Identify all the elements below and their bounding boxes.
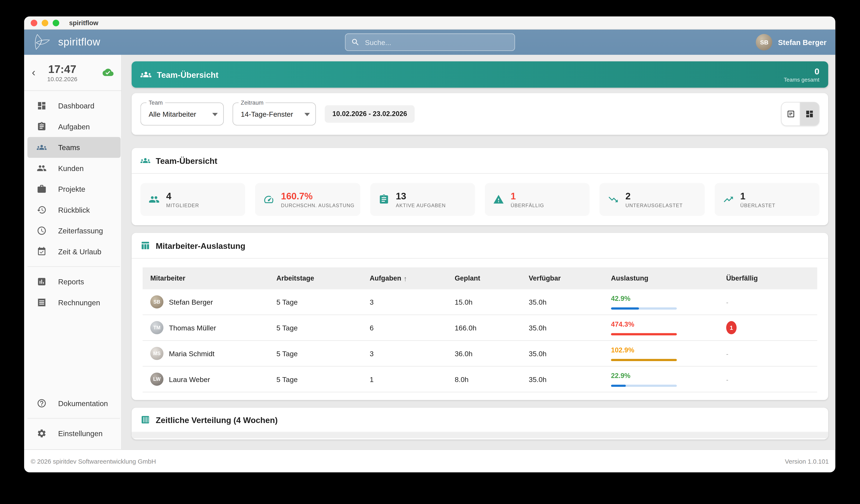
sidebar-item-reports[interactable]: Reports <box>24 271 120 292</box>
planned-cell: 15.0h <box>447 298 521 306</box>
search-container <box>345 33 515 51</box>
available-cell: 35.0h <box>521 375 603 383</box>
team-overview-card: Team-Übersicht 4 MITGLIEDER <box>132 148 828 225</box>
utilization-percent: 42.9% <box>611 295 718 302</box>
user-menu[interactable]: SB Stefan Berger <box>756 34 827 50</box>
utilization-bar-fill <box>611 333 677 335</box>
employee-name: Laura Weber <box>169 375 210 383</box>
overdue-cell: 1 <box>718 321 817 334</box>
sidebar-item-kunden[interactable]: Kunden <box>24 158 120 178</box>
groups-icon <box>37 143 47 152</box>
utilization-bar <box>611 307 677 309</box>
utilization-cell: 42.9% <box>603 295 718 309</box>
sort-ascending-icon: ↑ <box>403 274 407 282</box>
trending-up-icon <box>723 194 734 205</box>
brand: spiritflow <box>33 33 101 51</box>
zoom-button[interactable] <box>53 19 59 26</box>
column-header-auslastung[interactable]: Auslastung <box>603 275 718 282</box>
sidebar-item-label: Reports <box>58 278 84 286</box>
sidebar-item-teams[interactable]: Teams <box>28 137 121 158</box>
table-row[interactable]: TM Thomas Müller 5 Tage 6 166.0h 35.0h 4… <box>143 315 817 341</box>
planned-cell: 8.0h <box>447 375 521 383</box>
employee-avatar: LW <box>150 372 163 386</box>
speedometer-icon <box>263 194 274 205</box>
search-input[interactable] <box>345 33 515 51</box>
sidebar-item-label: Projekte <box>58 185 85 193</box>
sidebar-collapse-button[interactable]: ‹ <box>32 67 35 78</box>
workdays-cell: 5 Tage <box>269 375 362 383</box>
teams-total-label: Teams gesamt <box>784 76 820 83</box>
workdays-cell: 5 Tage <box>269 349 362 357</box>
table-row[interactable]: LW Laura Weber 5 Tage 1 8.0h 35.0h 22.9% <box>143 367 817 392</box>
available-cell: 35.0h <box>521 349 603 357</box>
employee-name: Thomas Müller <box>169 324 216 332</box>
sidebar-item-einstellungen[interactable]: Einstellungen <box>24 423 120 444</box>
help-icon <box>37 398 47 408</box>
sidebar-item-zeiterfassung[interactable]: Zeiterfassung <box>24 220 120 241</box>
stat-aktive-aufgaben: 13 AKTIVE AUFGABEN <box>370 183 475 216</box>
date-range-chip[interactable]: 10.02.2026 - 23.02.2026 <box>325 105 415 123</box>
stat-value: 160.7% <box>281 191 355 201</box>
planned-cell: 166.0h <box>447 324 521 332</box>
column-header-aufgaben[interactable]: Aufgaben↑ <box>362 274 447 282</box>
dashboard-icon <box>805 109 814 118</box>
sidebar-item-rueckblick[interactable]: Rückblick <box>24 199 120 220</box>
stage: spiritflow spiritflow <box>0 0 860 504</box>
available-cell: 35.0h <box>521 324 603 332</box>
sidebar-item-projekte[interactable]: Projekte <box>24 179 120 199</box>
chevron-down-icon <box>212 113 218 116</box>
column-header-geplant[interactable]: Geplant <box>447 275 521 282</box>
sidebar-item-dokumentation[interactable]: Dokumentation <box>24 393 120 414</box>
team-select[interactable]: Team Alle Mitarbeiter <box>141 103 224 125</box>
briefcase-icon <box>37 184 47 194</box>
column-header-ueberfaellig[interactable]: Überfällig <box>718 275 817 282</box>
sidebar-item-dashboard[interactable]: Dashboard <box>24 95 120 116</box>
stat-unterausgelastet: 2 UNTERAUSGELASTET <box>600 183 705 216</box>
overdue-cell: - <box>718 349 817 357</box>
sidebar-item-label: Kunden <box>58 164 84 172</box>
utilization-card: Mitarbeiter-Auslastung Mitarbeiter Arbei… <box>132 233 828 400</box>
sidebar-item-rechnungen[interactable]: Rechnungen <box>24 292 120 313</box>
column-header-verfuegbar[interactable]: Verfügbar <box>521 275 603 282</box>
card-title: Team-Übersicht <box>156 156 217 165</box>
period-select[interactable]: Zeitraum 14-Tage-Fenster <box>232 103 316 125</box>
view-week-icon <box>141 415 150 425</box>
stat-label: AKTIVE AUFGABEN <box>396 203 446 208</box>
sidebar-bottom: Dokumentation Einstellungen <box>24 393 121 449</box>
employee-avatar: SB <box>150 295 163 309</box>
card-header: Mitarbeiter-Auslastung <box>132 233 828 258</box>
close-button[interactable] <box>31 19 37 26</box>
team-select-value: Alle Mitarbeiter <box>148 110 196 118</box>
sidebar-item-aufgaben[interactable]: Aufgaben <box>24 116 120 137</box>
calendar-check-icon <box>37 247 47 256</box>
workdays-cell: 5 Tage <box>269 298 362 306</box>
menu-divider <box>28 266 120 267</box>
card-title: Zeitliche Verteilung (4 Wochen) <box>156 415 278 424</box>
kanban-view-button[interactable] <box>782 103 800 125</box>
sidebar-item-label: Aufgaben <box>58 122 90 131</box>
sidebar-item-label: Dashboard <box>58 102 95 110</box>
user-avatar: SB <box>756 34 773 50</box>
employee-name: Maria Schmidt <box>169 349 214 357</box>
distribution-card: Zeitliche Verteilung (4 Wochen) <box>132 407 828 439</box>
bar-chart-icon <box>37 277 47 287</box>
table-row[interactable]: SB Stefan Berger 5 Tage 3 15.0h 35.0h 42… <box>143 289 817 315</box>
minimize-button[interactable] <box>42 19 48 26</box>
card-header: Team-Übersicht <box>132 148 828 173</box>
stat-value: 2 <box>626 191 683 201</box>
dashboard-view-button[interactable] <box>800 103 819 125</box>
tasks-cell: 3 <box>362 298 447 306</box>
table-header-strip <box>132 432 828 438</box>
teams-total-count: 0 <box>784 66 820 76</box>
sidebar-item-label: Zeiterfassung <box>58 227 103 235</box>
stat-label: DURCHSCHN. AUSLASTUNG <box>281 203 355 208</box>
teams-total: 0 Teams gesamt <box>784 66 820 83</box>
employee-avatar: MS <box>150 347 163 360</box>
overdue-cell: - <box>718 375 817 383</box>
sidebar-item-zeit-urlaub[interactable]: Zeit & Urlaub <box>24 241 120 262</box>
utilization-bar-fill <box>611 358 677 361</box>
column-header-arbeitstage[interactable]: Arbeitstage <box>269 275 362 282</box>
column-header-mitarbeiter[interactable]: Mitarbeiter <box>143 275 269 282</box>
table-row[interactable]: MS Maria Schmidt 5 Tage 3 36.0h 35.0h 10… <box>143 341 817 367</box>
app-header: spiritflow SB Stefan Berger <box>24 30 835 55</box>
